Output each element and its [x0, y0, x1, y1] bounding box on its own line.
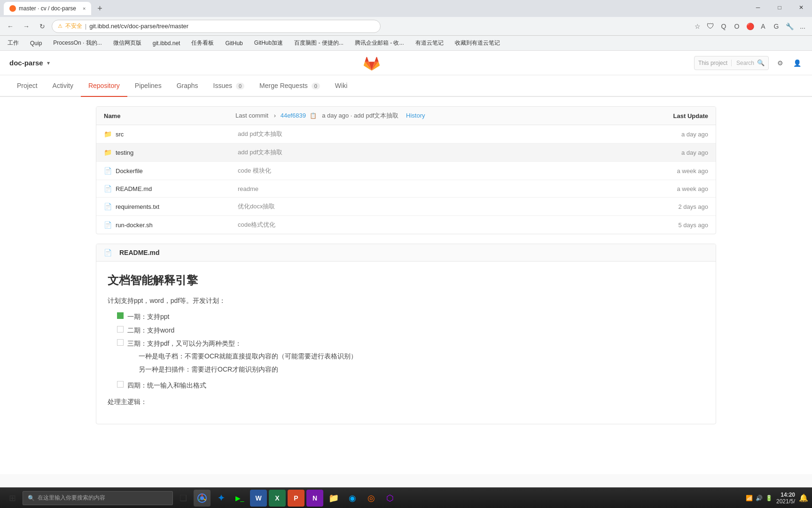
maximize-btn[interactable]: □: [769, 0, 790, 15]
commit-message: a day ago · add pdf文本抽取: [322, 112, 398, 119]
bookmark-wechat[interactable]: 微信网页版: [109, 38, 145, 48]
readme-intro: 计划支持ppt，word，pdf等。开发计划：: [108, 295, 704, 306]
table-row: 📄 run-docker.sh code格式优化 5 days ago: [96, 216, 716, 234]
header-right: This project Search 🔍 ⚙ 👤: [694, 56, 803, 70]
lock-label: 不安全: [65, 22, 82, 30]
tab-graphs[interactable]: Graphs: [169, 75, 206, 97]
bookmark-youdao[interactable]: 有道云笔记: [412, 38, 447, 48]
table-row: 📁 testing add pdf文本抽取 a day ago: [96, 143, 716, 162]
extension-btn-8[interactable]: ...: [797, 21, 808, 32]
bookmark-baidu[interactable]: 百度脑图 - 便捷的...: [290, 38, 347, 48]
history-link[interactable]: History: [406, 112, 425, 119]
address-bar[interactable]: ⚠ 不安全 | git.ibbd.net/cv/doc-parse/tree/m…: [52, 20, 381, 33]
table-row: 📄 README.md readme a week ago: [96, 180, 716, 198]
forward-btn[interactable]: →: [20, 20, 33, 33]
gitlab-logo: [363, 55, 380, 71]
sub-list-item-2: 另一种是扫描件：需要进行OCR才能识别内容的: [139, 364, 357, 374]
checkbox-2: [117, 326, 124, 333]
col-update-header: Last Update: [624, 112, 708, 119]
checkbox-1: [117, 312, 124, 319]
tab-issues[interactable]: Issues 0: [206, 75, 252, 97]
readme-title-text: 文档智能解释引擎: [108, 273, 704, 288]
user-icon[interactable]: 👤: [791, 57, 803, 69]
tab-project[interactable]: Project: [9, 75, 45, 97]
project-name[interactable]: doc-parse: [9, 59, 43, 67]
readme-header: 📄 README.md: [96, 244, 716, 262]
commit-hash-link[interactable]: 44ef6839: [281, 112, 306, 119]
bookmark-process[interactable]: ProcessOn · 我的...: [49, 38, 105, 48]
file-time-dockerfile: a week ago: [624, 167, 708, 175]
bookmarks-bar: 工作 Quip ProcessOn · 我的... 微信网页版 git.ibbd…: [0, 36, 812, 51]
refresh-btn[interactable]: ↻: [36, 20, 49, 33]
extension-btn-3[interactable]: O: [731, 21, 742, 32]
new-tab-btn[interactable]: +: [93, 2, 106, 15]
commit-copy-icon[interactable]: 📋: [310, 112, 317, 119]
file-icon-rundocker: 📄: [104, 221, 112, 229]
mr-badge: 0: [312, 83, 320, 89]
tab-merge-requests[interactable]: Merge Requests 0: [252, 75, 328, 97]
repo-content: Name Last commit › 44ef6839 📋 a day ago …: [86, 97, 726, 434]
file-time-requirements: 2 days ago: [624, 203, 708, 210]
bookmark-tencent[interactable]: 腾讯企业邮箱 - 收...: [351, 38, 408, 48]
bookmark-github[interactable]: GitHub: [221, 39, 246, 48]
bookmark-gitlab[interactable]: git.ibbd.net: [149, 39, 184, 48]
file-table: Name Last commit › 44ef6839 📋 a day ago …: [96, 106, 716, 234]
bookmark-tasks[interactable]: 任务看板: [187, 38, 218, 48]
readme-body: 文档智能解释引擎 计划支持ppt，word，pdf等。开发计划： 一期：支持pp…: [96, 262, 716, 424]
bookmark-github-plus[interactable]: GitHub加速: [250, 38, 287, 48]
folder-icon-src: 📁: [104, 130, 112, 138]
search-box[interactable]: This project Search 🔍: [694, 56, 769, 70]
extension-btn-6[interactable]: G: [771, 21, 782, 32]
tab-activity[interactable]: Activity: [45, 75, 81, 97]
tab-wiki[interactable]: Wiki: [328, 75, 355, 97]
file-name-rundocker: run-docker.sh: [116, 222, 238, 229]
back-btn[interactable]: ←: [4, 20, 17, 33]
tab-repository[interactable]: Repository: [81, 75, 127, 97]
file-icon-requirements: 📄: [104, 203, 112, 210]
tab-bar: master · cv / doc-parse × + ─ □ ✕: [0, 0, 812, 17]
list-item-3: 三期：支持pdf，又可以分为两种类型： 一种是电子档：不需要OCR就能直接提取内…: [117, 338, 704, 377]
bookmark-work[interactable]: 工作: [4, 38, 23, 48]
list-item-2: 二期：支持word: [117, 325, 704, 335]
readme-processing: 处理主逻辑：: [108, 397, 704, 407]
file-time-readme: a week ago: [624, 185, 708, 192]
settings-icon[interactable]: ⚙: [774, 57, 786, 69]
bookmark-youdao2[interactable]: 收藏到有道云笔记: [451, 38, 504, 48]
search-placeholder: Search: [736, 60, 754, 66]
extension-btn-1[interactable]: 🛡: [705, 21, 716, 32]
minimize-btn[interactable]: ─: [747, 0, 769, 15]
file-name-readme: README.md: [116, 185, 238, 192]
tab-favicon: [9, 5, 16, 12]
bookmark-btn[interactable]: ☆: [692, 21, 703, 32]
sub-list-item-1: 一种是电子档：不需要OCR就能直接提取内容的（可能需要进行表格识别）: [139, 351, 357, 361]
tab-close-btn[interactable]: ×: [83, 6, 86, 11]
file-commit-src: add pdf文本抽取: [238, 130, 624, 138]
file-table-header: Name Last commit › 44ef6839 📋 a day ago …: [96, 107, 716, 125]
extension-btn-5[interactable]: A: [757, 21, 769, 32]
extension-btn-4[interactable]: 🔴: [744, 21, 756, 32]
bookmark-quip[interactable]: Quip: [26, 39, 46, 48]
file-name-dockerfile: Dockerfile: [116, 167, 238, 175]
extension-btn-7[interactable]: 🔧: [784, 21, 795, 32]
lock-icon: ⚠: [58, 23, 62, 29]
file-name-requirements: requirements.txt: [116, 203, 238, 210]
gitlab-page: doc-parse ▾ This project Search 🔍 ⚙: [0, 51, 812, 474]
file-name-testing: testing: [116, 149, 238, 156]
file-time-testing: a day ago: [624, 149, 708, 156]
readme-filename: README.md: [119, 249, 160, 256]
checkbox-3: [117, 339, 124, 346]
window-controls: ─ □ ✕: [747, 0, 812, 15]
col-commit-header: Last commit › 44ef6839 📋 a day ago · add…: [235, 111, 624, 120]
close-btn[interactable]: ✕: [790, 0, 812, 15]
browser-tab-active[interactable]: master · cv / doc-parse ×: [4, 2, 91, 15]
issues-badge: 0: [236, 83, 244, 89]
nav-actions: ☆ 🛡 Q O 🔴 A G 🔧 ...: [692, 21, 808, 32]
file-commit-rundocker: code格式优化: [238, 221, 624, 229]
file-time-rundocker: 5 days ago: [624, 222, 708, 229]
extension-btn-2[interactable]: Q: [718, 21, 729, 32]
file-name-src: src: [116, 131, 238, 138]
tab-pipelines[interactable]: Pipelines: [127, 75, 169, 97]
file-commit-readme: readme: [238, 185, 624, 192]
table-row: 📁 src add pdf文本抽取 a day ago: [96, 125, 716, 143]
checkbox-4: [117, 381, 124, 388]
